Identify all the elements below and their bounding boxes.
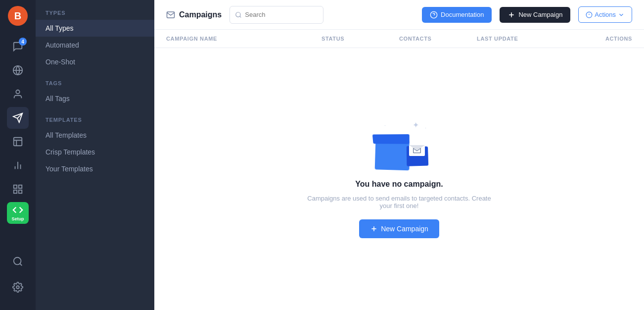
svg-line-17 <box>240 16 241 17</box>
sidebar-section-tags-label: TAGS <box>36 80 154 90</box>
svg-rect-12 <box>19 190 22 193</box>
main-content: Campaigns Documentation New Campaign <box>154 0 644 310</box>
empty-state-subtitle: Campaigns are used to send emails to tar… <box>305 195 493 209</box>
topbar: Campaigns Documentation New Campaign <box>154 0 644 30</box>
search-bar[interactable] <box>230 6 323 24</box>
box-lid <box>372 134 410 144</box>
table-header: CAMPAIGN NAME STATUS CONTACTS LAST UPDAT… <box>154 30 644 48</box>
col-header-status: STATUS <box>322 36 399 42</box>
nav-icon-grid[interactable] <box>7 178 29 200</box>
sidebar-section-templates: TEMPLATES All Templates Crisp Templates … <box>36 117 154 177</box>
new-campaign-label-top: New Campaign <box>518 11 562 18</box>
topbar-title-area: Campaigns <box>166 10 222 19</box>
sparkle-1: ✦ <box>413 120 419 130</box>
plus-icon-center <box>370 225 378 233</box>
svg-point-2 <box>16 90 19 94</box>
actions-button[interactable]: Actions <box>578 6 632 23</box>
svg-rect-11 <box>14 190 17 193</box>
svg-point-13 <box>14 258 21 265</box>
col-header-actions: ACTIONS <box>554 36 632 42</box>
setup-label: Setup <box>11 216 24 221</box>
sidebar-section-tags: TAGS All Tags <box>36 80 154 107</box>
question-icon <box>430 11 438 19</box>
col-header-last-update: LAST UPDATE <box>477 36 554 42</box>
envelope-icon <box>409 145 425 156</box>
svg-rect-9 <box>14 185 17 188</box>
search-icon <box>235 11 242 18</box>
new-campaign-label-center: New Campaign <box>381 225 428 233</box>
empty-state-title: You have no campaign. <box>355 180 443 189</box>
sidebar-item-your-templates[interactable]: Your Templates <box>36 160 154 177</box>
nav-icon-search[interactable] <box>7 251 29 272</box>
new-campaign-button-top[interactable]: New Campaign <box>500 7 570 23</box>
nav-icon-analytics[interactable] <box>7 155 29 176</box>
svg-line-14 <box>20 263 22 265</box>
svg-rect-5 <box>14 138 22 146</box>
search-input[interactable] <box>245 11 318 18</box>
nav-icon-campaigns[interactable] <box>7 107 29 129</box>
box-main <box>375 140 410 170</box>
chevron-down-icon <box>618 11 625 18</box>
sidebar: TYPES All Types Automated One-Shot TAGS … <box>36 0 154 310</box>
sidebar-section-types-label: TYPES <box>36 10 154 20</box>
svg-point-15 <box>16 286 19 289</box>
sparkle-2: · <box>425 125 426 131</box>
nav-icon-globe[interactable] <box>7 59 29 81</box>
documentation-label: Documentation <box>441 11 484 18</box>
sidebar-item-all-types[interactable]: All Types <box>36 20 154 37</box>
info-icon <box>586 11 593 18</box>
documentation-button[interactable]: Documentation <box>422 7 492 23</box>
plus-icon-top <box>507 11 515 19</box>
chat-badge: 4 <box>19 38 27 46</box>
sparkle-3: · <box>384 123 386 128</box>
sidebar-item-all-templates[interactable]: All Templates <box>36 127 154 144</box>
nav-icon-settings[interactable] <box>7 276 29 298</box>
icon-bar: B 4 <box>0 0 36 310</box>
nav-icon-documents[interactable] <box>7 131 29 153</box>
empty-state: ✦ · · You have no campaign. Campaigns ar… <box>154 48 644 310</box>
svg-rect-10 <box>19 185 22 188</box>
sidebar-section-templates-label: TEMPLATES <box>36 117 154 127</box>
mail-icon <box>166 10 175 19</box>
sidebar-item-automated[interactable]: Automated <box>36 37 154 53</box>
col-header-contacts: CONTACTS <box>399 36 477 42</box>
actions-label: Actions <box>595 11 616 18</box>
page-title: Campaigns <box>179 10 222 19</box>
nav-icon-setup[interactable]: Setup <box>7 202 29 224</box>
sidebar-section-types: TYPES All Types Automated One-Shot <box>36 10 154 70</box>
sidebar-item-one-shot[interactable]: One-Shot <box>36 53 154 70</box>
nav-icon-user[interactable] <box>7 83 29 105</box>
col-header-campaign-name: CAMPAIGN NAME <box>166 36 322 42</box>
sidebar-item-all-tags[interactable]: All Tags <box>36 90 154 107</box>
new-campaign-button-center[interactable]: New Campaign <box>359 219 439 238</box>
sidebar-item-crisp-templates[interactable]: Crisp Templates <box>36 144 154 160</box>
app-logo[interactable]: B <box>8 6 28 26</box>
nav-icon-chat[interactable]: 4 <box>7 36 29 57</box>
app-logo-initial: B <box>14 10 21 22</box>
svg-point-16 <box>236 12 240 16</box>
empty-illustration: ✦ · · <box>369 120 429 170</box>
